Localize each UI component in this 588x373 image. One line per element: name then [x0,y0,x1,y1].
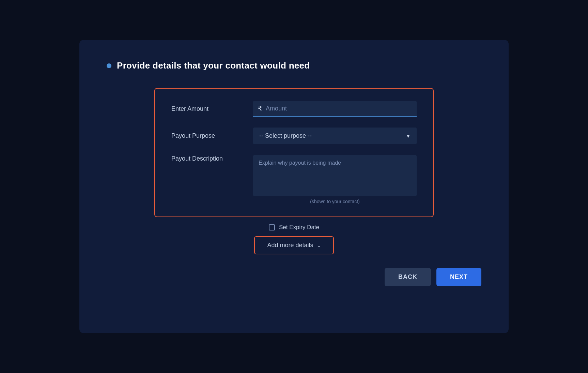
description-hint: (shown to your contact) [253,199,417,204]
expiry-checkbox[interactable] [269,224,275,230]
purpose-select[interactable]: -- Select purpose -- ▼ [253,128,417,144]
add-more-details-label: Add more details [267,242,313,249]
purpose-row: Payout Purpose -- Select purpose -- ▼ [171,128,417,144]
purpose-label: Payout Purpose [171,132,239,139]
next-button[interactable]: NEXT [436,268,481,286]
amount-input-wrapper[interactable]: ₹ [253,101,417,117]
chevron-down-icon: ▼ [406,133,411,139]
expiry-row: Set Expiry Date [269,224,319,231]
currency-symbol: ₹ [258,104,262,113]
back-button[interactable]: BACK [385,268,431,286]
chevron-down-icon: ⌄ [317,243,321,248]
description-textarea-wrapper: (shown to your contact) [253,155,417,204]
form-card: Enter Amount ₹ Payout Purpose -- Select … [154,88,434,217]
amount-row: Enter Amount ₹ [171,101,417,117]
page-background: Provide details that your contact would … [0,0,588,373]
amount-label: Enter Amount [171,105,239,113]
main-card: Provide details that your contact would … [79,40,509,333]
description-row: Payout Description (shown to your contac… [171,155,417,204]
header-row: Provide details that your contact would … [107,60,310,71]
expiry-label: Set Expiry Date [279,224,319,231]
add-more-details-button[interactable]: Add more details ⌄ [254,236,334,254]
purpose-select-text: -- Select purpose -- [259,132,312,139]
amount-input[interactable] [266,105,412,112]
bottom-buttons: BACK NEXT [385,268,481,286]
step-indicator-dot [107,63,111,68]
description-label: Payout Description [171,155,239,162]
description-textarea[interactable] [253,155,417,196]
page-title: Provide details that your contact would … [117,60,310,71]
content-area: Enter Amount ₹ Payout Purpose -- Select … [107,88,481,286]
